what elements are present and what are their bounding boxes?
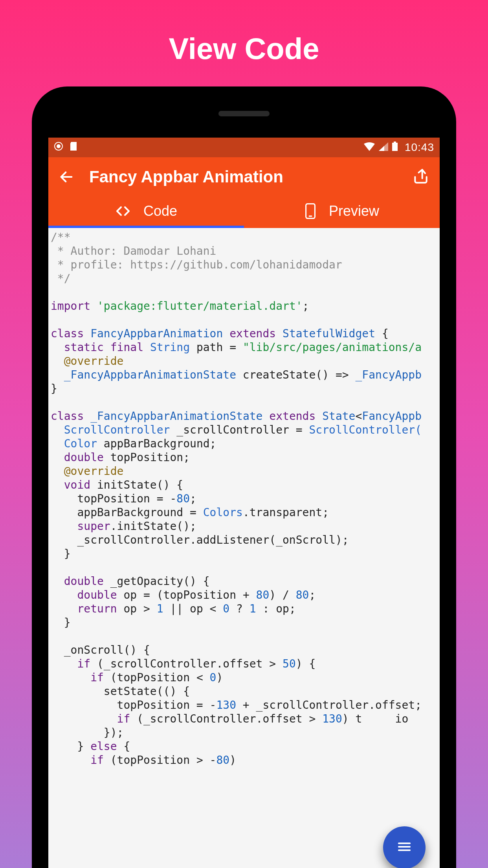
tok: ? bbox=[229, 602, 250, 615]
tab-bar: Code Preview bbox=[48, 197, 440, 228]
tok: else bbox=[90, 740, 117, 753]
android-status-bar: 10:43 bbox=[48, 138, 440, 157]
tok: || op < bbox=[163, 602, 223, 615]
tok: + _scrollController.offset; bbox=[236, 699, 422, 712]
tok: } bbox=[51, 547, 71, 560]
tok: return bbox=[77, 602, 117, 615]
app-bar: Fancy Appbar Animation Code bbox=[48, 157, 440, 228]
tok: import bbox=[51, 300, 90, 313]
tok: FancyAppbarAnimation bbox=[90, 327, 223, 340]
tok: }); bbox=[51, 726, 123, 739]
tok: if bbox=[90, 754, 104, 767]
tok: (_scrollController.offset > bbox=[130, 712, 322, 725]
tok: ) t io bbox=[342, 712, 409, 725]
tok: 80 bbox=[216, 754, 229, 767]
tok: class bbox=[51, 327, 84, 340]
tok: void bbox=[64, 478, 90, 491]
share-button[interactable] bbox=[411, 167, 430, 186]
tok: < bbox=[355, 410, 362, 423]
tok: 80 bbox=[256, 588, 270, 601]
tok: ) / bbox=[269, 588, 295, 601]
tok: 130 bbox=[216, 699, 236, 712]
tok: 130 bbox=[322, 712, 342, 725]
tok: String bbox=[150, 341, 190, 354]
tok: appBarBackground = bbox=[51, 506, 203, 519]
tok: class bbox=[51, 410, 84, 423]
tok: initState() { bbox=[90, 478, 183, 491]
battery-icon bbox=[392, 141, 398, 154]
tok: Colors bbox=[203, 506, 243, 519]
tok: _FancyAppbarAnimationState bbox=[64, 368, 236, 381]
menu-fab[interactable] bbox=[383, 826, 426, 868]
tok: 80 bbox=[296, 588, 309, 601]
tok: static final bbox=[64, 341, 143, 354]
tok: topPosition = - bbox=[51, 492, 176, 505]
phone-icon bbox=[305, 203, 316, 219]
tok: op > bbox=[117, 602, 157, 615]
record-icon bbox=[54, 141, 63, 154]
tok: : op; bbox=[256, 602, 296, 615]
signal-icon bbox=[379, 141, 388, 154]
svg-rect-2 bbox=[394, 142, 396, 143]
tok: @override bbox=[64, 465, 124, 478]
tok: ScrollController bbox=[64, 423, 170, 436]
tok: ) { bbox=[296, 657, 316, 670]
tok: createState() => bbox=[236, 368, 355, 381]
tok: super bbox=[77, 520, 110, 533]
tok: ) bbox=[229, 754, 236, 767]
tok: (_scrollController.offset > bbox=[90, 657, 283, 670]
code-comment: /** * Author: Damodar Lohani * profile: … bbox=[51, 231, 342, 285]
tok: extends bbox=[229, 327, 276, 340]
tok: ; bbox=[190, 492, 196, 505]
tok: extends bbox=[269, 410, 316, 423]
tok: if bbox=[117, 712, 130, 725]
tok: .initState(); bbox=[110, 520, 196, 533]
status-time: 10:43 bbox=[405, 141, 434, 154]
tok: .transparent; bbox=[243, 506, 329, 519]
phone-frame: 10:43 Fancy Appbar Animation bbox=[32, 86, 456, 868]
code-viewer[interactable]: /** * Author: Damodar Lohani * profile: … bbox=[48, 228, 440, 868]
tab-code[interactable]: Code bbox=[48, 197, 244, 228]
appbar-title: Fancy Appbar Animation bbox=[89, 167, 397, 186]
back-button[interactable] bbox=[58, 168, 75, 186]
tok: Color bbox=[64, 437, 97, 450]
tok: "lib/src/pages/animations/a bbox=[243, 341, 422, 354]
tok: 0 bbox=[210, 671, 216, 684]
tok: _getOpacity() { bbox=[104, 575, 210, 588]
tab-code-label: Code bbox=[143, 203, 177, 219]
wifi-icon bbox=[364, 141, 375, 154]
svg-rect-3 bbox=[392, 143, 398, 151]
tok: ScrollController( bbox=[309, 423, 422, 436]
tab-preview[interactable]: Preview bbox=[244, 197, 440, 228]
tok: FancyAppb bbox=[362, 410, 422, 423]
tok: _scrollController.addListener(_onScroll)… bbox=[51, 533, 349, 546]
tok: if bbox=[90, 671, 104, 684]
tok: setState(() { bbox=[51, 685, 190, 698]
tok: 1 bbox=[157, 602, 163, 615]
tok: double bbox=[64, 575, 104, 588]
tok: 0 bbox=[223, 602, 229, 615]
tok: State bbox=[322, 410, 355, 423]
tok: _onScroll() { bbox=[51, 644, 150, 657]
tok: if bbox=[77, 657, 90, 670]
tok: _FancyAppb bbox=[355, 368, 422, 381]
svg-point-1 bbox=[57, 144, 61, 148]
code-icon bbox=[115, 203, 131, 219]
tok: topPosition = - bbox=[51, 699, 216, 712]
tok: op = (topPosition + bbox=[117, 588, 256, 601]
tok: ) bbox=[216, 671, 223, 684]
tok: @override bbox=[64, 355, 124, 368]
tok: 'package:flutter/material.dart' bbox=[97, 300, 303, 313]
tok: { bbox=[117, 740, 130, 753]
tab-preview-label: Preview bbox=[329, 203, 379, 219]
tok: double bbox=[77, 588, 117, 601]
tok: topPosition; bbox=[104, 451, 190, 464]
tok: 50 bbox=[283, 657, 296, 670]
tok: double bbox=[64, 451, 104, 464]
tok: 1 bbox=[250, 602, 256, 615]
tok: _FancyAppbarAnimationState bbox=[90, 410, 262, 423]
tok: (topPosition > - bbox=[104, 754, 216, 767]
sd-card-icon bbox=[70, 141, 78, 154]
page-title: View Code bbox=[0, 0, 488, 66]
tok: (topPosition < bbox=[104, 671, 210, 684]
